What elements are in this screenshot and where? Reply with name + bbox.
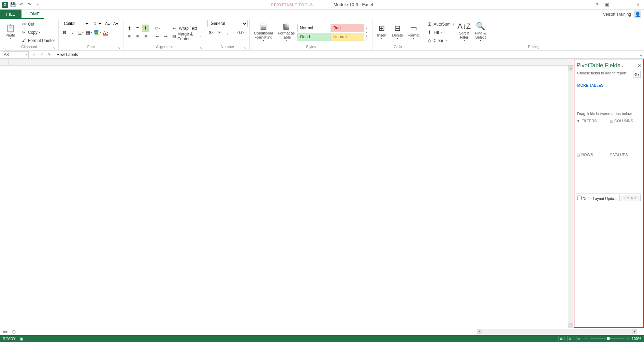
- increase-indent-icon[interactable]: ⇥: [162, 33, 169, 40]
- eraser-icon: ◇: [427, 38, 432, 43]
- collapse-ribbon-icon[interactable]: ⌃: [639, 43, 642, 47]
- increase-decimal-icon[interactable]: ←.0: [232, 29, 239, 36]
- columns-area[interactable]: ▥COLUMNS: [610, 118, 641, 150]
- find-select-button[interactable]: 🔍Find & Select▾: [473, 20, 488, 44]
- cancel-formula-icon[interactable]: ✕: [31, 51, 38, 58]
- tab-home[interactable]: HOME: [21, 10, 44, 19]
- minimize-icon[interactable]: —: [613, 1, 621, 8]
- scroll-right-icon[interactable]: ▸: [632, 329, 637, 334]
- grow-font-icon[interactable]: A▴: [104, 20, 111, 27]
- style-bad[interactable]: Bad: [331, 24, 364, 32]
- fields-pane-tools-icon[interactable]: ⚙▾: [633, 71, 641, 78]
- enter-formula-icon[interactable]: ✓: [38, 51, 45, 58]
- font-launcher-icon[interactable]: ⤡: [117, 46, 121, 50]
- style-normal[interactable]: Normal: [297, 24, 331, 32]
- style-good[interactable]: Good: [297, 33, 331, 41]
- user-name[interactable]: Velsoft Training: [603, 12, 631, 17]
- conditional-formatting-button[interactable]: ▤Conditional Formatting▾: [252, 20, 275, 44]
- sheet-nav-last-icon[interactable]: ▶: [5, 330, 8, 333]
- format-cells-button[interactable]: ▭Format▾: [406, 20, 421, 44]
- font-name-select[interactable]: Calibri: [61, 20, 90, 27]
- filters-area[interactable]: ▼FILTERS: [576, 118, 608, 150]
- ribbon-options-icon[interactable]: ▣: [603, 1, 611, 8]
- align-bottom-icon[interactable]: ⬇: [142, 25, 149, 32]
- bold-button[interactable]: B: [61, 29, 68, 36]
- paste-button[interactable]: 📋Paste▾: [2, 20, 18, 44]
- zoom-level[interactable]: 100%: [632, 337, 641, 341]
- add-sheet-button[interactable]: ⊕: [10, 329, 18, 334]
- qat-customize-icon[interactable]: [34, 1, 41, 8]
- file-tab[interactable]: FILE: [0, 10, 21, 19]
- number-launcher-icon[interactable]: ⤡: [243, 46, 247, 50]
- zoom-out-icon[interactable]: −: [585, 337, 587, 341]
- select-all-corner[interactable]: [0, 59, 9, 65]
- align-top-icon[interactable]: ⬆: [126, 25, 133, 32]
- update-button[interactable]: UPDATE: [619, 195, 641, 201]
- rows-icon: ▤: [576, 153, 580, 157]
- scroll-up-icon[interactable]: ▴: [568, 66, 573, 71]
- undo-icon[interactable]: ↶: [18, 1, 25, 8]
- italic-button[interactable]: I: [69, 29, 76, 36]
- horizontal-scrollbar[interactable]: ◂ ▸: [477, 329, 637, 334]
- format-as-table-button[interactable]: ▦Format as Table▾: [276, 20, 296, 44]
- macro-record-icon[interactable]: ▣: [20, 337, 23, 341]
- help-icon[interactable]: ?: [593, 1, 601, 8]
- save-icon[interactable]: 💾: [10, 1, 16, 8]
- page-break-view-icon[interactable]: ▭: [576, 336, 582, 341]
- expand-formula-bar-icon[interactable]: ⌄: [638, 52, 644, 57]
- values-area[interactable]: ΣVALUES: [610, 152, 641, 193]
- vertical-scrollbar[interactable]: ▴ ▾: [568, 66, 574, 328]
- underline-button[interactable]: U: [77, 29, 85, 36]
- cut-button[interactable]: ✂Cut: [20, 20, 56, 28]
- align-middle-icon[interactable]: ≡: [134, 25, 141, 32]
- accounting-format-icon[interactable]: $: [207, 29, 215, 36]
- wrap-text-button[interactable]: ↩Wrap Text: [171, 25, 203, 32]
- defer-layout-checkbox[interactable]: Defer Layout Upda...: [577, 196, 617, 201]
- decrease-indent-icon[interactable]: ⇤: [153, 33, 161, 40]
- spreadsheet-grid[interactable]: ▴ ▾: [0, 59, 574, 328]
- font-size-select[interactable]: 11: [91, 20, 103, 27]
- fields-pane-close-icon[interactable]: ✕: [638, 63, 641, 68]
- alignment-launcher-icon[interactable]: ⤡: [199, 46, 203, 50]
- zoom-slider[interactable]: [590, 338, 624, 339]
- orientation-icon[interactable]: ⟲: [153, 25, 161, 32]
- autosum-button[interactable]: ΣAutoSum: [425, 20, 455, 28]
- shrink-font-icon[interactable]: A▾: [112, 20, 119, 27]
- delete-cells-button[interactable]: ⊟Delete▾: [390, 20, 405, 44]
- align-right-icon[interactable]: ≡: [142, 33, 149, 40]
- scroll-left-icon[interactable]: ◂: [477, 329, 482, 334]
- clear-button[interactable]: ◇Clear: [425, 37, 455, 44]
- formula-input[interactable]: [55, 51, 638, 58]
- font-color-button[interactable]: A: [102, 29, 109, 36]
- more-tables-link[interactable]: MORE TABLES...: [576, 81, 642, 89]
- comma-format-icon[interactable]: ,: [224, 29, 231, 36]
- rows-area[interactable]: ▤ROWS: [576, 152, 608, 193]
- format-painter-button[interactable]: 🖌Format Painter: [20, 37, 56, 44]
- user-avatar-icon[interactable]: 👤: [634, 11, 641, 18]
- copy-button[interactable]: ⎘Copy▾: [20, 29, 56, 36]
- fill-button[interactable]: ⬇Fill: [425, 29, 455, 36]
- scroll-down-icon[interactable]: ▾: [568, 323, 573, 328]
- insert-cells-button[interactable]: ⊞Insert▾: [375, 20, 389, 44]
- zoom-in-icon[interactable]: +: [627, 337, 629, 341]
- insert-function-icon[interactable]: fx: [46, 51, 53, 58]
- style-neutral[interactable]: Neutral: [331, 33, 364, 41]
- percent-format-icon[interactable]: %: [216, 29, 223, 36]
- align-left-icon[interactable]: ≡: [126, 33, 133, 40]
- number-format-select[interactable]: General: [207, 20, 248, 27]
- border-button[interactable]: ▦: [85, 29, 93, 36]
- normal-view-icon[interactable]: ▦: [558, 336, 565, 341]
- decrease-decimal-icon[interactable]: .0→: [240, 29, 248, 36]
- clipboard-launcher-icon[interactable]: ⤡: [52, 46, 56, 50]
- styles-more-button[interactable]: ▴▾▾: [364, 24, 369, 41]
- page-layout-view-icon[interactable]: ▤: [567, 336, 573, 341]
- align-center-icon[interactable]: ≡: [134, 33, 141, 40]
- maximize-icon[interactable]: ☐: [624, 1, 632, 8]
- merge-center-button[interactable]: ⊞Merge & Center: [171, 33, 203, 40]
- redo-icon[interactable]: ↷: [26, 1, 33, 8]
- name-box[interactable]: A3▾: [2, 51, 29, 58]
- sheet-nav-first-icon[interactable]: ◀: [2, 330, 5, 333]
- close-icon[interactable]: ✕: [634, 1, 642, 8]
- sort-filter-button[interactable]: A↓ZSort & Filter▾: [457, 20, 472, 44]
- fill-color-button[interactable]: 🪣: [93, 29, 101, 36]
